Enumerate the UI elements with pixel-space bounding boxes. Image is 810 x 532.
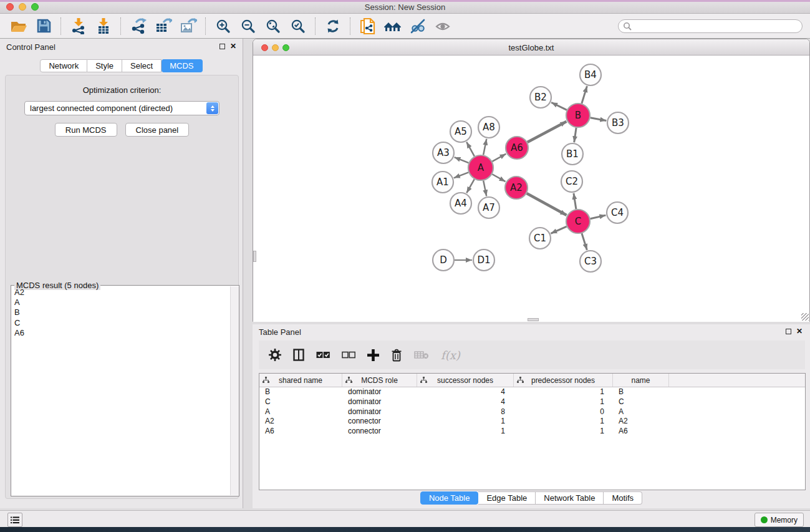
table-cell-name: A [613,407,669,417]
run-mcds-button[interactable]: Run MCDS [55,123,117,137]
mcds-result-item[interactable]: C [12,318,230,328]
close-table-panel-icon[interactable]: ✕ [796,328,803,334]
zoom-out-button[interactable] [236,16,261,36]
show-log-button[interactable] [7,513,22,527]
graph-edge-a-a5[interactable] [466,142,475,157]
network-graph[interactable]: B4B2BB3A8A5A6A3B1AC2A1A2A4A7C4CC1C3DD1 [253,56,809,322]
graph-edge-c-c4[interactable] [591,215,606,219]
select-all-button[interactable] [316,347,330,363]
tab-mcds[interactable]: MCDS [162,59,202,72]
first-neighbors-button[interactable] [380,16,405,36]
graph-edge-a-a3[interactable] [455,157,469,163]
open-folder-icon [10,19,27,34]
window-resize-grip[interactable] [801,313,809,321]
delete-table-button[interactable] [414,347,429,363]
memory-button[interactable]: Memory [755,513,804,527]
column-header-name[interactable]: name [613,374,669,387]
column-header-shared-name[interactable]: shared name [259,374,342,387]
network-canvas[interactable]: B4B2BB3A8A5A6A3B1AC2A1A2A4A7C4CC1C3DD1 [253,56,809,322]
hide-selected-button[interactable] [405,16,430,36]
node-table: shared name MCDS role successor nodes [259,373,806,490]
table-row[interactable]: Cdominator41C [259,397,805,407]
graph-edge-a-a2[interactable] [492,174,505,181]
glasses-slash-icon [410,19,426,34]
import-table-button[interactable] [91,16,116,36]
mcds-result-item[interactable]: B [12,307,230,317]
float-panel-icon[interactable] [219,44,225,49]
delete-rows-button[interactable] [391,347,402,363]
graph-edge-a-a7[interactable] [483,181,486,196]
zoom-selected-button[interactable] [286,16,311,36]
save-session-button[interactable] [31,16,56,36]
tab-network-table[interactable]: Network Table [536,491,604,505]
add-row-button[interactable] [367,347,379,363]
column-chooser-button[interactable] [293,347,304,363]
canvas-bottom-scroll-nub[interactable] [528,318,539,321]
table-row[interactable]: Bdominator41B [259,387,805,397]
mcds-result-item[interactable]: A2 [12,288,230,297]
tab-network[interactable]: Network [40,59,87,72]
table-cell-filler [669,397,805,407]
graph-edge-a-a8[interactable] [483,139,486,155]
refresh-view-button[interactable] [321,16,345,36]
graph-node-label-c2: C2 [566,176,578,187]
gear-icon [269,349,281,361]
graph-edge-a2-c[interactable] [527,193,567,215]
graph-edge-c-c1[interactable] [551,226,566,233]
graph-edge-b-b4[interactable] [582,86,587,104]
control-panel-tabs: Network Style Select MCDS [0,59,243,72]
tab-motifs[interactable]: Motifs [604,491,642,505]
search-icon [623,22,632,31]
import-table-icon [95,17,112,34]
deselect-all-button[interactable] [342,347,355,363]
tree-icon [263,377,269,384]
network-window-titlebar[interactable]: testGlobe.txt [253,39,809,56]
mcds-result-item[interactable]: A6 [12,328,230,338]
graph-edge-a-a6[interactable] [492,154,506,162]
open-session-button[interactable] [6,16,31,36]
mcds-result-scrollbar[interactable] [230,286,239,495]
table-row[interactable]: Adominator80A [259,407,805,417]
zoom-fit-icon [266,19,281,34]
graph-edge-c-c2[interactable] [574,193,576,209]
float-table-panel-icon[interactable] [786,329,791,334]
close-panel-icon[interactable]: ✕ [230,43,236,49]
zoom-fit-button[interactable] [261,16,286,36]
graph-edge-b-b1[interactable] [574,128,576,142]
tab-style[interactable]: Style [87,59,122,72]
graph-edge-c-c3[interactable] [582,233,587,250]
tab-node-table[interactable]: Node Table [420,491,479,505]
graph-edge-b-b3[interactable] [591,118,607,121]
tab-select[interactable]: Select [122,59,162,72]
table-row[interactable]: A6connector11A6 [259,427,805,437]
table-settings-button[interactable] [269,347,281,363]
search-input[interactable] [618,19,803,33]
import-network-button[interactable] [66,16,91,36]
graph-edge-a-a1[interactable] [454,172,469,178]
function-builder-button[interactable]: f(x) [441,347,460,363]
graph-edge-b-b2[interactable] [551,102,567,110]
export-table-button[interactable] [151,16,176,36]
mcds-result-item[interactable]: A [12,297,230,307]
export-image-icon [180,17,197,34]
new-network-from-selection-button[interactable] [355,16,380,36]
tab-edge-table[interactable]: Edge Table [478,491,536,505]
graph-edge-a6-b[interactable] [528,122,567,142]
export-network-button[interactable] [126,16,151,36]
criterion-dropdown[interactable]: largest connected component (directed) [24,101,219,115]
column-header-successor-nodes[interactable]: successor nodes [417,374,514,387]
zoom-in-button[interactable] [211,16,236,36]
canvas-left-scroll-nub[interactable] [253,251,256,262]
table-row[interactable]: A2connector11A2 [259,417,805,427]
import-network-icon [70,17,87,34]
close-panel-button[interactable]: Close panel [125,123,190,137]
column-header-predecessor-nodes[interactable]: predecessor nodes [514,374,613,387]
delete-table-icon [414,351,429,359]
graph-node-label-d: D [440,254,447,266]
tree-icon [517,377,524,384]
graph-edge-a-a4[interactable] [466,179,474,193]
show-hidden-button[interactable] [430,16,455,36]
export-image-button[interactable] [176,16,201,36]
search-field [618,19,803,33]
column-header-mcds-role[interactable]: MCDS role [342,374,417,387]
